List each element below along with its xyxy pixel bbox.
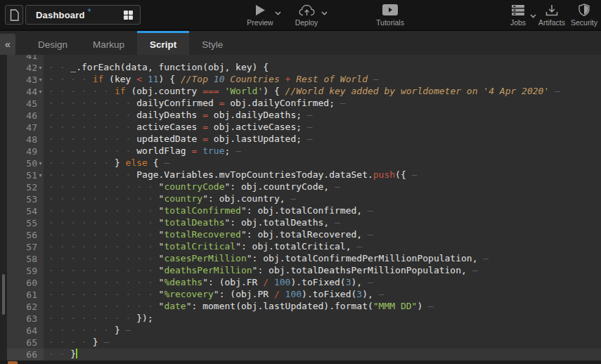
code-line-63[interactable]: · · · · · · · · });	[44, 313, 601, 325]
deploy-button[interactable]: Deploy	[288, 3, 325, 27]
code-line-64[interactable]: · · · · · · } –	[44, 325, 601, 337]
gutter-line-65[interactable]: 65	[7, 337, 44, 349]
gutter-line-63[interactable]: 63	[7, 313, 44, 325]
fold-toggle-icon[interactable]: ▾	[37, 86, 44, 98]
deploy-chevron-down-icon[interactable]	[321, 11, 328, 15]
gutter-line-57[interactable]: 57	[7, 241, 44, 253]
code-line-42[interactable]: · · _.forEach(data, function(obj, key) {	[44, 62, 601, 74]
preview-label: Preview	[247, 18, 273, 27]
gutter-line-47[interactable]: 47	[7, 122, 44, 134]
gutter-line-50[interactable]: 50▾	[7, 157, 44, 169]
gutter-line-41[interactable]: 41	[7, 55, 44, 62]
code-line-49[interactable]: · · · · · · · · worldFlag = true; –	[44, 145, 601, 157]
code-line-50[interactable]: · · · · · · } else { –	[44, 157, 601, 169]
page-title-widget[interactable]: Dashboard *	[25, 5, 141, 25]
tab-label: Script	[150, 39, 176, 50]
video-tutorial-icon	[382, 3, 398, 17]
security-button[interactable]: Security	[568, 3, 600, 27]
editor-tabbar: « DesignMarkupScriptStyle	[0, 30, 601, 55]
code-line-62[interactable]: · · · · · · · · · · "date": moment(obj.l…	[44, 301, 601, 313]
jobs-button[interactable]: Jobs	[503, 3, 533, 27]
code-line-43[interactable]: · · · · if (key < 11) { //Top 10 Countri…	[44, 74, 601, 86]
shield-icon	[579, 3, 590, 17]
code-line-60[interactable]: · · · · · · · · · · "%deaths": (obj.FR /…	[44, 277, 601, 289]
preview-button[interactable]: Preview	[241, 3, 279, 27]
jobs-stack-icon	[511, 3, 525, 17]
left-panel-edge	[0, 55, 7, 364]
tab-label: Markup	[93, 39, 124, 50]
code-line-45[interactable]: · · · · · · · · dailyConfirmed = obj.dai…	[44, 98, 601, 110]
code-line-65[interactable]: · · · · } –	[44, 337, 601, 349]
code-line-57[interactable]: · · · · · · · · · · "totalCritical": obj…	[44, 241, 601, 253]
gutter-line-61[interactable]: 61	[7, 289, 44, 301]
gutter-line-60[interactable]: 60	[7, 277, 44, 289]
gutter-line-54[interactable]: 54	[7, 205, 44, 217]
code-line-54[interactable]: · · · · · · · · · · "totalConfirmed": ob…	[44, 205, 601, 217]
gutter-line-62[interactable]: 62	[7, 301, 44, 313]
code-line-58[interactable]: · · · · · · · · · · "casesPerMillion": o…	[44, 253, 601, 265]
fold-toggle-icon[interactable]: ▾	[37, 157, 44, 169]
deploy-label: Deploy	[295, 18, 318, 27]
code-line-52[interactable]: · · · · · · · · · · "countryCode": obj.c…	[44, 181, 601, 193]
gutter-line-56[interactable]: 56	[7, 229, 44, 241]
code-line-53[interactable]: · · · · · · · · · · "country": obj.count…	[44, 193, 601, 205]
gutter-line-43[interactable]: 43▾	[7, 74, 44, 86]
cloud-upload-icon	[299, 3, 315, 17]
top-toolbar: Dashboard * Preview Deploy	[0, 0, 601, 30]
artifacts-label: Artifacts	[538, 18, 565, 27]
gutter-line-64[interactable]: 64	[7, 325, 44, 337]
fold-toggle-icon[interactable]: ▾	[37, 169, 44, 181]
line-number-gutter: 4142▾43▾44▾454647484950▾51▾5253545556575…	[7, 55, 44, 364]
preview-chevron-down-icon[interactable]	[275, 11, 281, 15]
tab-style[interactable]: Style	[189, 31, 235, 56]
code-line-46[interactable]: · · · · · · · · dailyDeaths = obj.dailyD…	[44, 110, 601, 122]
gutter-line-53[interactable]: 53	[7, 193, 44, 205]
code-line-56[interactable]: · · · · · · · · · · "totalRecovered": ob…	[44, 229, 601, 241]
script-editor: 4142▾43▾44▾454647484950▾51▾5253545556575…	[0, 55, 601, 364]
gutter-line-52[interactable]: 52	[7, 181, 44, 193]
gutter-line-59[interactable]: 59	[7, 265, 44, 277]
jobs-label: Jobs	[510, 18, 526, 27]
gutter-line-42[interactable]: 42▾	[7, 62, 44, 74]
tab-label: Design	[38, 39, 67, 50]
code-line-47[interactable]: · · · · · · · · activeCases = obj.active…	[44, 122, 601, 134]
code-line-59[interactable]: · · · · · · · · · · "deathsPerMillion": …	[44, 265, 601, 277]
tutorials-button[interactable]: Tutorials	[370, 3, 411, 27]
code-line-66[interactable]: · · }	[44, 349, 601, 360]
tab-design[interactable]: Design	[25, 31, 80, 56]
play-icon	[255, 3, 266, 17]
gutter-line-49[interactable]: 49	[7, 145, 44, 157]
code-line-48[interactable]: · · · · · · · · updatedDate = obj.lastUp…	[44, 134, 601, 145]
gutter-line-58[interactable]: 58	[7, 253, 44, 265]
pages-grid-icon[interactable]	[124, 11, 133, 20]
wavemaker-studio-window: Dashboard * Preview Deploy	[0, 0, 601, 364]
fold-toggle-icon[interactable]: ▾	[37, 74, 44, 86]
code-line-44[interactable]: · · · · · · if (obj.country === 'World')…	[44, 86, 601, 98]
code-area[interactable]: · · _.forEach(data, function(obj, key) {…	[44, 55, 601, 364]
code-line-55[interactable]: · · · · · · · · · · "totalDeaths": obj.t…	[44, 217, 601, 229]
page-title: Dashboard	[36, 10, 85, 20]
gutter-line-45[interactable]: 45	[7, 98, 44, 110]
tab-markup[interactable]: Markup	[80, 31, 137, 56]
gutter-line-48[interactable]: 48	[7, 134, 44, 145]
fold-toggle-icon[interactable]: ▾	[37, 62, 44, 74]
tab-script[interactable]: Script	[137, 31, 189, 56]
gutter-line-51[interactable]: 51▾	[7, 169, 44, 181]
collapse-panel-button[interactable]: «	[0, 34, 15, 55]
gutter-line-46[interactable]: 46	[7, 110, 44, 122]
code-line-51[interactable]: · · · · · · · · Page.Variables.mvTopCoun…	[44, 169, 601, 181]
text-cursor	[76, 349, 77, 358]
page-icon	[10, 9, 19, 21]
download-artifacts-icon	[545, 3, 558, 17]
warning-marker	[8, 361, 18, 364]
artifacts-button[interactable]: Artifacts	[534, 3, 569, 27]
panel-scrollbar-thumb[interactable]	[2, 274, 5, 315]
gutter-line-66[interactable]: 66	[7, 349, 44, 360]
code-line-61[interactable]: · · · · · · · · · · "%recovery": (obj.PR…	[44, 289, 601, 301]
code-line-41[interactable]	[44, 55, 601, 62]
gutter-line-55[interactable]: 55	[7, 217, 44, 229]
page-file-button[interactable]	[5, 5, 23, 25]
tutorials-label: Tutorials	[376, 18, 404, 27]
tab-label: Style	[202, 39, 223, 50]
gutter-line-44[interactable]: 44▾	[7, 86, 44, 98]
